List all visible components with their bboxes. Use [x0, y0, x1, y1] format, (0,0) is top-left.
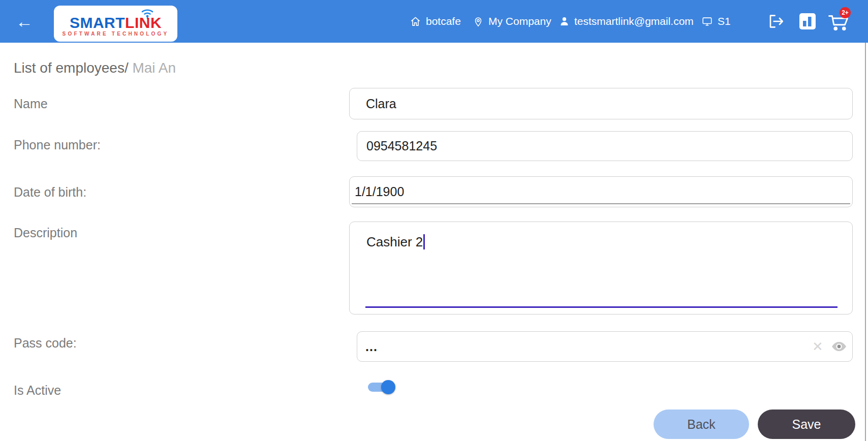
description-label: Description [14, 226, 77, 240]
smartlink-logo: SMARTLINK SOFTWARE TECHNOLOGY [54, 6, 177, 42]
cart-icon[interactable]: 2+ [827, 0, 851, 43]
location-pin-icon [473, 16, 484, 27]
phone-input[interactable] [366, 132, 844, 161]
breadcrumb: List of employees/ Mai An [14, 60, 176, 76]
nav-station-label: S1 [718, 15, 731, 27]
cart-badge: 2+ [840, 7, 851, 18]
nav-store[interactable]: botcafe [410, 0, 461, 43]
app-header: ← SMARTLINK SOFTWARE TECHNOLOGY botcafe [0, 0, 868, 43]
description-focus-underline [365, 306, 838, 308]
dob-input[interactable] [355, 177, 844, 207]
nav-station[interactable]: S1 [701, 0, 731, 43]
text-caret [423, 234, 425, 249]
name-label: Name [14, 97, 48, 111]
logout-icon[interactable] [766, 0, 785, 43]
description-textarea[interactable]: Cashier 2 [349, 222, 853, 314]
user-icon [559, 16, 570, 27]
monitor-icon [701, 16, 713, 27]
phone-field-box [357, 131, 853, 161]
is-active-toggle[interactable] [368, 380, 395, 394]
back-arrow-icon[interactable]: ← [13, 0, 36, 43]
brand-tagline: SOFTWARE TECHNOLOGY [54, 31, 177, 37]
back-button[interactable]: Back [654, 410, 749, 439]
brand-part-link: LINK [125, 14, 162, 31]
is-active-label: Is Active [14, 383, 61, 398]
passcode-field-box: ✕ [357, 331, 853, 362]
eye-icon[interactable] [831, 332, 847, 361]
scrollbar[interactable] [865, 43, 866, 441]
passcode-label: Pass code: [14, 336, 77, 351]
home-icon [410, 16, 421, 27]
brand-wordmark: SMARTLINK [54, 14, 177, 32]
breadcrumb-parent[interactable]: List of employees/ [14, 60, 129, 76]
clear-icon[interactable]: ✕ [811, 332, 825, 361]
nav-store-label: botcafe [426, 15, 461, 27]
employee-edit-page: ← SMARTLINK SOFTWARE TECHNOLOGY botcafe [0, 0, 868, 441]
dob-underline [352, 203, 850, 205]
name-field-box [349, 88, 853, 119]
nav-account[interactable]: testsmartlink@gmail.com [559, 0, 694, 43]
passcode-input[interactable] [365, 332, 792, 361]
name-input[interactable] [366, 88, 844, 119]
nav-company-label: My Company [488, 15, 551, 27]
brand-part-smart: SMART [70, 14, 125, 31]
breadcrumb-current: Mai An [129, 60, 176, 76]
save-button[interactable]: Save [758, 410, 855, 439]
phone-label: Phone number: [14, 138, 101, 152]
toggle-thumb [381, 380, 395, 394]
dob-label: Date of birth: [14, 185, 86, 200]
nav-company[interactable]: My Company [473, 0, 551, 43]
nav-account-label: testsmartlink@gmail.com [574, 15, 694, 27]
bar-chart-icon[interactable] [799, 0, 816, 43]
dob-field-box [349, 176, 853, 207]
description-text: Cashier 2 [366, 234, 425, 250]
